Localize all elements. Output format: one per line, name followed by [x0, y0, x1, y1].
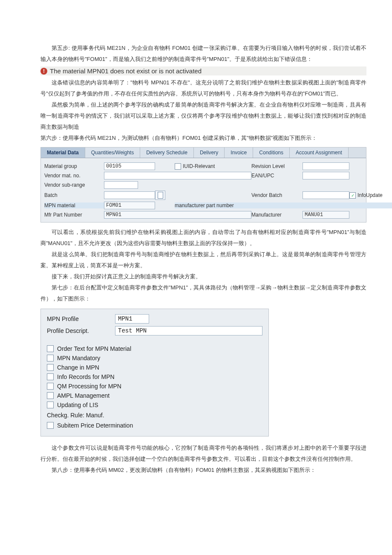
label-profile-descript: Profile Descript. [47, 327, 111, 334]
field-mpn-profile[interactable]: MPN1 [115, 314, 149, 324]
field-profile-descript[interactable]: Test MPN [115, 326, 262, 335]
tabstrip: Material Data Quantities/Weights Deliver… [41, 147, 366, 158]
label-ean-upc: EAN/UPC [251, 173, 303, 179]
field-mpn-material: FOM01 [104, 202, 155, 209]
label-iuid: IUID-Relevant [183, 163, 215, 169]
field-checkg-rule[interactable] [108, 411, 121, 419]
label-infoupdate: InfoUpdate [357, 192, 383, 198]
checkbox-mpn-mandatory[interactable]: MPN Mandatory [47, 353, 262, 363]
label-batch: Batch [44, 192, 104, 198]
checkbox-change-in-mpn[interactable]: Change in MPN [47, 363, 262, 372]
label-opt-2: Change in MPN [57, 364, 99, 371]
paragraph-expl1: 这条错误信息的内容简单明了："物料号 MPN01 不存在"。这充分说明了之前我们… [40, 77, 366, 99]
field-batch[interactable] [104, 191, 155, 199]
field-ean-upc[interactable] [303, 172, 349, 179]
label-opt-3: Info Records for MPN [57, 373, 115, 380]
checkbox-infoupdate[interactable]: ✓InfoUpdate [349, 192, 392, 199]
label-vendor-batch: Vendor Batch [251, 192, 303, 198]
batch-doc-button[interactable] [155, 191, 165, 200]
field-vendor-mat-no[interactable] [104, 172, 251, 179]
field-mfr-part-number: MPN01 [104, 211, 251, 219]
label-mfr-part-number: Mfr Part Number [44, 212, 104, 218]
label-opt-1: MPN Mandatory [57, 355, 100, 361]
checkbox-iuid-relevant[interactable]: IUID-Relevant [175, 163, 251, 170]
paragraph-step5: 第五步: 使用事务代码 ME21N，为企业自有物料 FOM01 创建一张采购订单… [40, 43, 366, 65]
error-text: The material MPN01 does not exist or is … [50, 67, 202, 75]
label-mpn-profile: MPN Profile [47, 315, 111, 322]
paragraph-step7: 第七步：在后台配置中定义制造商零件参数文件"MPN1"，其具体路径为（物料管理→… [40, 282, 366, 304]
checkbox-ampl-management[interactable]: AMPL Management [47, 391, 262, 400]
error-message-bar: ! The material MPN01 does not exist or i… [40, 66, 366, 75]
tab-quantities[interactable]: Quantities/Weights [85, 147, 141, 158]
tab-conditions[interactable]: Conditions [253, 147, 290, 158]
sap-material-panel: Material Data Quantities/Weights Deliver… [40, 147, 366, 223]
field-vendor-subrange[interactable] [104, 181, 138, 189]
mpn-profile-panel: MPN Profile MPN1 Profile Descript. Test … [40, 309, 269, 436]
tab-delivery[interactable]: Delivery [194, 147, 225, 158]
paragraph-after3: 接下来，我们开始探讨真正意义上的制造商零件号解决方案。 [40, 271, 366, 282]
paragraph-after2: 就是这么简单。我们把制造商零件号与制造商维护在物料主数据上，然后再带到采购订单上… [40, 249, 366, 271]
label-revision-level: Revision Level [251, 163, 303, 169]
checkbox-updating-lis[interactable]: Updating of LIS [47, 400, 262, 410]
label-checkg-rule: Checkg. Rule: Manuf. [47, 412, 104, 419]
paragraph-step6: 第六步：使用事务代码 ME21N，为测试物料（自有物料）FOM01 创建采购订单… [40, 133, 366, 144]
label-opt-4: QM Processing for MPN [57, 383, 121, 390]
label-vendor-mat-no: Vendor mat. no. [44, 173, 104, 179]
checkbox-qm-processing[interactable]: QM Processing for MPN [47, 382, 262, 391]
label-subitem-price: Subitem Price Determination [57, 422, 133, 429]
document-icon [158, 192, 163, 199]
row-checkg-rule: Checkg. Rule: Manuf. [47, 410, 262, 421]
label-opt-6: Updating of LIS [57, 402, 98, 408]
tab-invoice[interactable]: Invoice [225, 147, 253, 158]
paragraph-after4: 这个参数文件可以说是制造商零件号功能的核心，它控制了制造商零件号的各项特性，我们… [40, 442, 366, 465]
label-mfr-part-number-text: manufacturer part number [175, 202, 392, 208]
paragraph-expl2: 虽然极为简单，但上述的两个参考字段的确构成了最简单的制造商零件号解决方案。在企业… [40, 99, 366, 133]
field-vendor-batch[interactable] [303, 191, 349, 199]
checkbox-info-records[interactable]: Info Records for MPN [47, 372, 262, 382]
field-revision-level[interactable] [303, 162, 349, 170]
checkbox-order-text[interactable]: Order Text for MPN Material [47, 344, 262, 353]
tab-account-assignment[interactable]: Account Assignment [290, 147, 349, 158]
field-material-group[interactable]: 00105 [104, 162, 155, 170]
tab-material-data[interactable]: Material Data [41, 147, 85, 158]
label-mpn-material: MPN material [44, 202, 104, 208]
tab-delivery-schedule[interactable]: Delivery Schedule [140, 147, 194, 158]
label-opt-0: Order Text for MPN Material [57, 345, 131, 352]
checkbox-subitem-price[interactable]: Subitem Price Determination [47, 421, 262, 430]
label-opt-5: AMPL Management [57, 392, 110, 399]
field-manufacturer: MANU01 [303, 211, 349, 219]
paragraph-step8: 第八步：使用事务代码 MM02，更改测试物料（自有物料）FOM01 的物料主数据… [40, 465, 366, 476]
paragraph-after1: 可以看出，系统根据先前我们维护在物料采购视图上面的内容，自动带出了与自有物料相对… [40, 227, 366, 249]
label-manufacturer: Manufacturer [251, 212, 303, 218]
label-material-group: Material group [44, 163, 104, 169]
label-vendor-subrange: Vendor sub-range [44, 182, 104, 188]
error-icon: ! [40, 68, 47, 75]
